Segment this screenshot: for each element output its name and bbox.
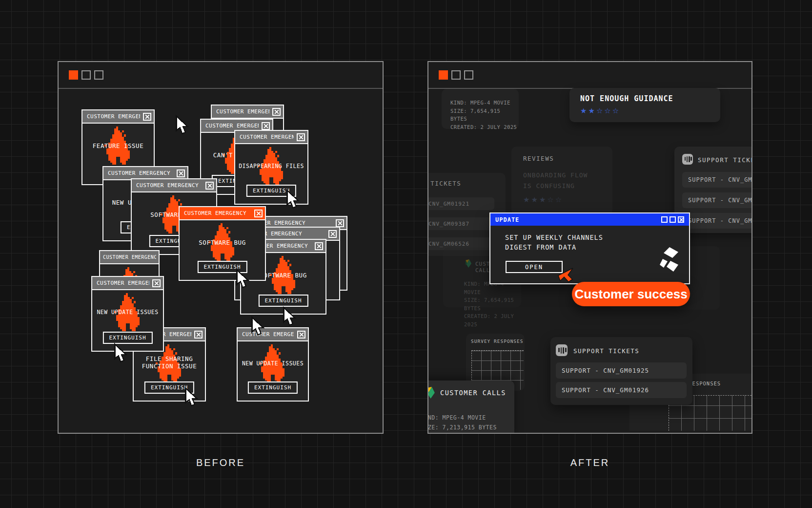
issue-text: FEATURE ISSUE [82, 142, 154, 149]
window-body: DISAPPEARING FILES EXTINGUISH [235, 144, 307, 203]
issue-text: SOFTWARE BUG [180, 239, 265, 246]
ticket-row[interactable]: SUPPORT - CNV_GM01925 [556, 362, 687, 379]
extinguish-button[interactable]: EXTINGUISH [197, 261, 247, 273]
window-body: NEW UPDATE ISSUES EXTINGUISH [92, 290, 163, 350]
maximize-icon[interactable] [670, 216, 676, 223]
meta-size: SIZE: 7,654,915 BYTES [450, 107, 519, 123]
ticket-row[interactable]: SUPPORT - CNV_GM01921 [427, 197, 494, 210]
close-icon[interactable] [152, 279, 161, 287]
close-icon[interactable] [177, 169, 185, 177]
window-titlebar[interactable]: CUSTOMER EMERGENCY [92, 277, 163, 290]
minimize-icon[interactable] [661, 216, 668, 223]
emergency-window-software-bug-active[interactable]: CUSTOMER EMERGENCY SOFTWARE BUG EXTINGUI… [179, 206, 266, 281]
close-icon[interactable] [272, 108, 281, 116]
reviews-title: REVIEWS [523, 155, 612, 162]
open-button[interactable]: OPEN [506, 261, 563, 273]
close-icon[interactable] [336, 219, 344, 227]
window-control-minimize-icon[interactable] [451, 70, 461, 80]
emergency-window-new-update-right[interactable]: CUSTOMER EMERGENCY NEW UPDATE ISSUES EXT… [237, 327, 309, 402]
close-icon[interactable] [678, 216, 684, 223]
window-control-maximize-icon[interactable] [94, 70, 103, 80]
ticket-row[interactable]: SUPPORT - CNV_GM09387 [427, 217, 494, 230]
meta-kind: KIND: MPEG-4 MOVIE [450, 99, 519, 107]
extinguish-button[interactable]: EXTINGUISH [144, 381, 194, 394]
close-icon[interactable] [297, 133, 305, 141]
extinguish-button[interactable]: EXTINGUISH [246, 185, 296, 197]
window-titlebar[interactable]: CUSTOMER EMERGENCY [180, 207, 265, 220]
ticket-row[interactable]: SUPPORT - CNV_GM01926 [556, 382, 687, 398]
page: { "labels": { "before": "BEFORE", "after… [0, 0, 812, 508]
after-panel: KIND: MPEG-4 MOVIE SIZE: 7,654,915 BYTES… [427, 61, 752, 434]
window-title: CUSTOMER EMERGENCY [240, 134, 294, 140]
dovetail-logo-icon [659, 246, 680, 275]
window-title: CUSTOMER EMERGENCY [205, 123, 259, 129]
close-icon[interactable] [143, 113, 151, 121]
window-titlebar[interactable]: CUSTOMER EMERGENCY [238, 328, 308, 341]
window-control-close-icon[interactable] [439, 70, 448, 80]
customer-success-label[interactable]: Customer success [572, 282, 690, 306]
issue-text: FILE SHARINGFUNCTION ISSUE [134, 355, 205, 370]
before-label: BEFORE [58, 457, 384, 468]
mouse-cursor-icon [176, 115, 189, 135]
extinguish-button[interactable]: EXTINGUISH [248, 381, 298, 394]
ticket-row[interactable]: SUPPORT - CNV_GM09387 [682, 192, 752, 208]
window-title: CUSTOMER EMERGENCY [184, 210, 246, 216]
window-control-minimize-icon[interactable] [81, 70, 91, 80]
drive-file-icon [466, 259, 471, 268]
extinguish-button[interactable]: EXTINGUISH [102, 332, 152, 344]
meta-kind: KIND: MPEG-4 MOVIE [427, 413, 497, 423]
window-titlebar[interactable]: CUSTOMER EMERGENCY [82, 110, 154, 124]
meta-created: CREATED: 2 JULY 2025 [450, 123, 519, 131]
card-title: CUSTOMER CALLS [440, 389, 506, 397]
orange-cursor-icon [558, 268, 574, 282]
window-body: SOFTWARE BUG EXTINGUISH [180, 220, 265, 279]
review-line: IS CONFUSING [523, 181, 612, 191]
window-title: CUSTOMER EMERGENCY [87, 113, 140, 120]
window-control-close-icon[interactable] [69, 70, 78, 80]
window-title: CUSTOMER EMERGENCY [136, 182, 199, 189]
window-titlebar[interactable]: CUSTOMER EMERGENCY [235, 131, 307, 144]
close-icon[interactable] [194, 331, 203, 339]
close-icon[interactable] [315, 242, 323, 250]
issue-text: NEW UPDATE ISSUES [238, 360, 308, 367]
ticket-row[interactable]: SUPPORT - CNV_GM01921 [682, 172, 752, 188]
review-card-guidance: NOT ENOUGH GUIDANCE ★★☆☆☆ [569, 88, 720, 122]
extinguish-button[interactable]: EXTINGUISH [258, 295, 308, 307]
close-icon[interactable] [205, 182, 214, 190]
window-titlebar[interactable]: CUSTOMER EMERGENCY [132, 179, 216, 192]
window-control-maximize-icon[interactable] [464, 70, 473, 80]
window-titlebar[interactable]: CUSTOMER EMERGENCY [100, 251, 159, 264]
before-panel: CUSTOMER EMERGENCY FEATURE ISSUE CUSTOME… [58, 61, 384, 434]
update-titlebar[interactable]: UPDATE [490, 213, 689, 226]
star-rating-faded: ★★★☆☆ [523, 195, 612, 204]
after-panel-header [428, 62, 751, 89]
close-icon[interactable] [297, 331, 305, 339]
emergency-window-disappearing-files[interactable]: CUSTOMER EMERGENCY DISAPPEARING FILES EX… [234, 130, 308, 205]
before-panel-header [59, 62, 383, 89]
issue-text: NEW UPDATE ISSUES [92, 309, 163, 316]
review-title: NOT ENOUGH GUIDANCE [580, 94, 720, 103]
update-body: SET UP WEEKLY CHANNELSDIGEST FROM DATA O… [490, 226, 689, 283]
star-rating: ★★☆☆☆ [580, 106, 720, 115]
window-titlebar[interactable]: CUSTOMER EMERGENCY [212, 106, 283, 119]
window-title: CUSTOMER EMERGENCY [108, 170, 170, 176]
intercom-icon [682, 154, 693, 165]
close-icon[interactable] [262, 122, 270, 130]
window-title: CUSTOMER EMERGENCY [97, 280, 149, 286]
drive-file-icon [427, 387, 435, 399]
update-title: UPDATE [495, 216, 519, 223]
intercom-icon [556, 344, 568, 356]
update-message: SET UP WEEKLY CHANNELSDIGEST FROM DATA [505, 233, 603, 252]
card-title: SUPPORT TICKETS [427, 180, 461, 187]
window-body: NEW UPDATE ISSUES EXTINGUISH [238, 341, 308, 400]
emergency-window-new-update-left[interactable]: CUSTOMER EMERGENCY NEW UPDATE ISSUES EXT… [91, 276, 164, 352]
close-icon[interactable] [328, 230, 337, 238]
update-window[interactable]: UPDATE SET UP WEEKLY CHANNELSDIGEST FROM… [489, 212, 690, 284]
window-title: CUSTOMER EMERGENCY [103, 254, 156, 260]
window-title: CUSTOMER EMERGENCY [242, 331, 294, 338]
ticket-row[interactable]: SUPPORT - CNV_GM06526 [682, 213, 752, 229]
card-title: SUPPORT TICKETS [573, 347, 639, 355]
window-title: CUSTOMER EMERGENCY [216, 108, 269, 115]
close-icon[interactable] [254, 210, 263, 217]
meta-size: SIZE: 7,213,915 BYTES [427, 423, 497, 432]
